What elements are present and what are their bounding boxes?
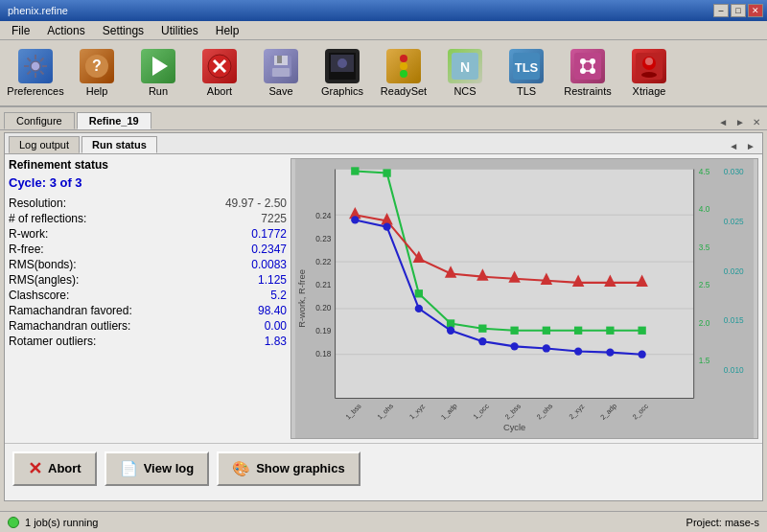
menu-settings[interactable]: Settings: [95, 22, 151, 39]
jobs-running-text: 1 job(s) running: [25, 517, 98, 528]
svg-point-24: [400, 70, 407, 78]
stat-rfree-value: 0.2347: [251, 243, 287, 256]
xtriage-button[interactable]: Xtriage: [621, 44, 677, 102]
restraints-icon: [570, 49, 605, 83]
abort-icon: [202, 49, 237, 83]
run-button[interactable]: Run: [130, 44, 186, 102]
toolbar: Preferences ? Help Run Abort Save Graphi…: [0, 40, 767, 107]
inner-tab-next-button[interactable]: ►: [743, 141, 758, 151]
cycle-info: Cycle: 3 of 3: [9, 175, 287, 190]
stat-reflections-value: 7225: [261, 212, 287, 225]
tab-run-status[interactable]: Run status: [81, 136, 157, 153]
tab-refine19[interactable]: Refine_19: [77, 112, 151, 129]
xtriage-icon: [632, 49, 666, 83]
help-button[interactable]: ? Help: [69, 44, 125, 102]
minimize-button[interactable]: –: [713, 4, 729, 17]
outer-tab-nav: ◄ ► ✕: [715, 117, 763, 129]
tab-prev-button[interactable]: ◄: [715, 117, 731, 127]
svg-text:0.015: 0.015: [724, 315, 744, 325]
restraints-button[interactable]: Restraints: [560, 44, 616, 102]
preferences-button[interactable]: Preferences: [8, 44, 63, 102]
svg-text:Cycle: Cycle: [503, 423, 525, 432]
menu-help[interactable]: Help: [208, 22, 247, 39]
view-log-button[interactable]: 📄 View log: [105, 451, 210, 486]
svg-text:2.0: 2.0: [699, 318, 710, 328]
svg-text:R-work, R-free: R-work, R-free: [297, 269, 307, 328]
tls-icon: TLS: [509, 49, 544, 83]
stat-resolution: Resolution: 49.97 - 2.50: [9, 196, 287, 211]
tab-configure[interactable]: Configure: [4, 112, 75, 129]
ncs-icon: N: [448, 49, 482, 83]
ncs-label: NCS: [453, 85, 476, 97]
svg-text:0.010: 0.010: [724, 365, 744, 375]
menu-file[interactable]: File: [4, 22, 37, 39]
svg-rect-83: [447, 319, 454, 327]
stat-rama-favored-value: 98.40: [258, 304, 287, 317]
tab-log-output[interactable]: Log output: [9, 136, 80, 153]
readyset-label: ReadySet: [381, 85, 427, 97]
stat-reflections-label: # of reflections:: [9, 212, 86, 225]
save-button[interactable]: Save: [253, 44, 309, 102]
svg-text:4.5: 4.5: [699, 167, 710, 176]
bottom-buttons: ✕ Abort 📄 View log 🎨 Show graphics: [5, 443, 762, 493]
refinement-status-title: Refinement status: [9, 158, 287, 172]
status-dot: [8, 517, 19, 528]
abort-label: Abort: [48, 461, 81, 475]
stat-rama-favored-label: Ramachandran favored:: [9, 304, 132, 317]
close-button[interactable]: ✕: [748, 4, 763, 17]
svg-line-8: [28, 71, 32, 75]
svg-text:3.5: 3.5: [699, 243, 710, 252]
menu-utilities[interactable]: Utilities: [153, 22, 206, 39]
svg-rect-87: [574, 327, 582, 335]
preferences-label: Preferences: [7, 85, 63, 97]
svg-point-23: [400, 62, 407, 70]
stat-rmsbonds: RMS(bonds): 0.0083: [9, 257, 287, 272]
svg-text:0.22: 0.22: [315, 257, 332, 266]
svg-text:?: ?: [92, 58, 102, 74]
stat-clashscore-value: 5.2: [270, 289, 287, 302]
stat-rwork-label: R-work:: [9, 227, 48, 241]
svg-rect-17: [277, 56, 282, 63]
tab-close-button[interactable]: ✕: [750, 117, 763, 127]
svg-line-6: [40, 71, 44, 75]
svg-point-106: [543, 344, 550, 352]
svg-rect-86: [543, 327, 550, 335]
save-label: Save: [268, 85, 292, 97]
abort-toolbar-button[interactable]: Abort: [192, 44, 247, 102]
tls-button[interactable]: TLS TLS: [499, 44, 554, 102]
svg-rect-29: [574, 53, 601, 80]
graphics-button[interactable]: Graphics: [314, 44, 370, 102]
abort-icon: ✕: [28, 458, 42, 479]
status-bar: 1 job(s) running Project: mase-s: [0, 511, 767, 532]
refinement-chart: 0.24 0.23 0.22 0.21 0.20 0.19 0.18 R-wor…: [291, 159, 757, 438]
stat-rama-outliers: Ramachandran outliers: 0.00: [9, 318, 287, 334]
tab-next-button[interactable]: ►: [732, 117, 748, 127]
stat-rmsangles-label: RMS(angles):: [9, 273, 79, 287]
maximize-button[interactable]: □: [731, 4, 746, 17]
content-area: Log output Run status ◄ ► Refinement sta…: [4, 132, 763, 501]
abort-button[interactable]: ✕ Abort: [12, 451, 97, 486]
stat-resolution-value: 49.97 - 2.50: [225, 197, 287, 210]
readyset-button[interactable]: ReadySet: [376, 44, 431, 102]
graphics-label: Graphics: [321, 85, 363, 97]
main-panel: Refinement status Cycle: 3 of 3 Resoluti…: [5, 154, 762, 443]
stats-panel: Refinement status Cycle: 3 of 3 Resoluti…: [9, 158, 287, 439]
svg-rect-82: [415, 289, 423, 297]
ncs-button[interactable]: N NCS: [437, 44, 493, 102]
stat-rama-favored: Ramachandran favored: 98.40: [9, 303, 287, 318]
svg-text:0.030: 0.030: [724, 167, 744, 176]
stat-rmsangles-value: 1.125: [258, 273, 287, 287]
show-graphics-button[interactable]: 🎨 Show graphics: [217, 451, 360, 486]
svg-point-109: [638, 351, 645, 359]
svg-marker-11: [152, 57, 168, 76]
svg-point-104: [478, 337, 486, 345]
restraints-label: Restraints: [564, 85, 612, 97]
chart-area: 0.24 0.23 0.22 0.21 0.20 0.19 0.18 R-wor…: [291, 158, 758, 439]
inner-tab-prev-button[interactable]: ◄: [726, 141, 741, 151]
inner-tab-bar: Log output Run status ◄ ►: [5, 133, 762, 154]
svg-rect-18: [272, 68, 290, 77]
svg-rect-89: [638, 327, 645, 335]
stat-rama-outliers-label: Ramachandran outliers:: [9, 319, 130, 333]
menu-actions[interactable]: Actions: [39, 22, 92, 39]
stat-rotamer-outliers-label: Rotamer outliers:: [9, 335, 96, 348]
